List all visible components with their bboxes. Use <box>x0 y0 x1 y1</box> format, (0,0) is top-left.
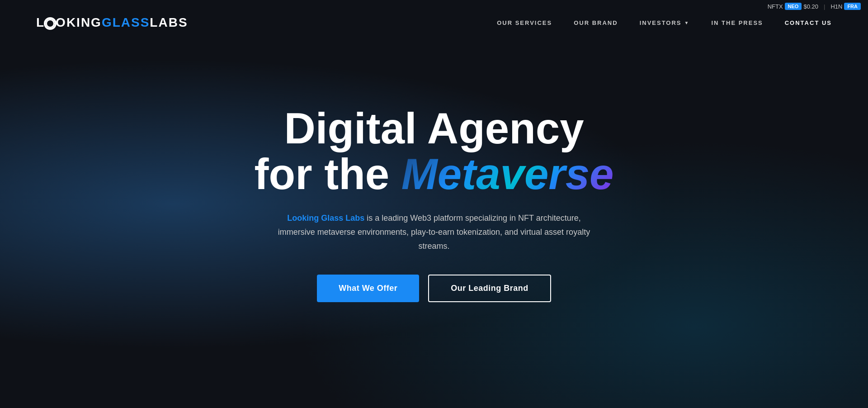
logo-oking: OKING <box>56 15 102 29</box>
nav-link-services[interactable]: OUR SERVICES <box>497 19 552 26</box>
nav-link-brand[interactable]: OUR BRAND <box>574 19 618 26</box>
hero-title-line2: for the Metaverse <box>255 152 614 197</box>
nftx-label: NFTX <box>768 3 783 10</box>
nftx-ticker: NFTX NEO $0.20 <box>768 3 818 10</box>
nav-item-press[interactable]: IN THE PRESS <box>711 19 763 27</box>
h1n-ticker: H1N FRA <box>830 3 861 10</box>
ticker-divider: | <box>824 3 825 10</box>
nav-item-services[interactable]: OUR SERVICES <box>497 19 552 27</box>
nav-link-contact[interactable]: CONTACT US <box>785 19 832 26</box>
hero-title-prefix: for the <box>255 150 401 198</box>
logo[interactable]: LOKINGGLASSLABS <box>36 15 188 30</box>
logo-glass: GLASS <box>102 15 150 29</box>
hero-section: Digital Agency for the Metaverse Looking… <box>0 0 868 408</box>
hero-buttons: What We Offer Our Leading Brand <box>317 275 551 302</box>
nav-links: OUR SERVICES OUR BRAND INVESTORS ▼ IN TH… <box>497 19 832 27</box>
hero-title-line1: Digital Agency <box>255 106 614 152</box>
hero-description: Looking Glass Labs is a leading Web3 pla… <box>271 211 597 253</box>
nav-link-investors[interactable]: INVESTORS ▼ <box>640 19 690 26</box>
nav-item-contact[interactable]: CONTACT US <box>785 19 832 27</box>
nav-item-brand[interactable]: OUR BRAND <box>574 19 618 27</box>
navbar: LOKINGGLASSLABS OUR SERVICES OUR BRAND I… <box>0 0 868 45</box>
hero-brand-name: Looking Glass Labs <box>287 213 364 223</box>
nav-link-press[interactable]: IN THE PRESS <box>711 19 763 26</box>
logo-labs: LABS <box>150 15 188 29</box>
neo-badge: NEO <box>785 3 802 10</box>
logo-circle-icon <box>44 17 57 30</box>
nftx-price: $0.20 <box>803 3 818 10</box>
ticker-bar: NFTX NEO $0.20 | H1N FRA <box>760 0 868 13</box>
hero-title-metaverse: Metaverse <box>401 150 614 198</box>
fra-badge: FRA <box>844 3 861 10</box>
our-leading-brand-button[interactable]: Our Leading Brand <box>428 275 551 302</box>
chevron-down-icon: ▼ <box>684 20 690 25</box>
hero-title: Digital Agency for the Metaverse <box>255 106 614 197</box>
h1n-label: H1N <box>830 3 842 10</box>
what-we-offer-button[interactable]: What We Offer <box>317 275 419 302</box>
nav-item-investors[interactable]: INVESTORS ▼ <box>640 19 690 26</box>
